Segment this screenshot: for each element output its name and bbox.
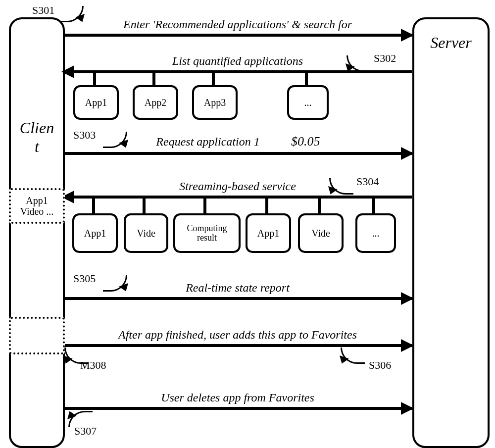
stem bbox=[143, 199, 146, 213]
stem bbox=[305, 73, 308, 85]
item-box-app3: App3 bbox=[192, 85, 238, 120]
arrow-bar bbox=[63, 196, 412, 199]
item-box: App1 bbox=[72, 213, 118, 253]
server-label: Server bbox=[414, 33, 488, 52]
arrow-bar bbox=[63, 70, 412, 73]
item-box-app1: App1 bbox=[73, 85, 119, 120]
arrowhead-right-icon bbox=[401, 29, 414, 42]
pointer-s306 bbox=[341, 348, 365, 364]
msg-label-s303: Request application 1 bbox=[34, 135, 382, 149]
msg-label-s304: Streaming-based service bbox=[63, 180, 412, 193]
stem bbox=[93, 73, 96, 85]
step-tag-s306: S306 bbox=[369, 359, 391, 372]
arrowhead-right-icon bbox=[401, 402, 414, 415]
price-s303: $0.05 bbox=[291, 134, 320, 149]
client-preview-box: App1 Video ... bbox=[9, 188, 65, 224]
stem bbox=[265, 199, 268, 213]
msg-label-s305: Real-time state report bbox=[63, 281, 412, 295]
stem bbox=[203, 199, 206, 213]
item-box-more: ... bbox=[287, 85, 329, 120]
arrowhead-right-icon bbox=[401, 292, 414, 305]
arrow-bar bbox=[63, 152, 412, 155]
item-label: ... bbox=[304, 98, 312, 108]
stem bbox=[318, 199, 321, 213]
client-empty-box bbox=[9, 317, 65, 354]
arrow-bar bbox=[63, 297, 412, 300]
step-tag-s307: S307 bbox=[74, 425, 97, 438]
item-box: Computing result bbox=[173, 213, 241, 253]
item-box: ... bbox=[355, 213, 396, 253]
arrow-bar bbox=[63, 344, 412, 347]
msg-label-s307: User deletes app from Favorites bbox=[63, 391, 412, 404]
item-box: Vide bbox=[298, 213, 344, 253]
item-label: App1 bbox=[257, 228, 279, 239]
arrowhead-right-icon bbox=[401, 147, 414, 160]
client-preview-label: App1 Video ... bbox=[20, 195, 54, 217]
item-box-app2: App2 bbox=[133, 85, 178, 120]
item-label: App3 bbox=[204, 98, 226, 108]
stem bbox=[212, 73, 215, 85]
server-lifeline: Server bbox=[412, 17, 490, 448]
arrowhead-right-icon bbox=[401, 339, 414, 352]
item-label: Vide bbox=[311, 228, 330, 239]
arrow-bar bbox=[63, 407, 412, 410]
item-box: App1 bbox=[246, 213, 291, 253]
item-label: Computing result bbox=[176, 224, 238, 243]
arrowhead-left-icon bbox=[61, 65, 74, 78]
step-tag-m308: M308 bbox=[80, 359, 106, 372]
msg-label-s306: After app finished, user adds this app t… bbox=[63, 328, 412, 342]
client-lifeline: Clien t bbox=[9, 17, 65, 448]
msg-label-s302: List quantified applications bbox=[63, 54, 412, 68]
stem bbox=[92, 199, 95, 213]
msg-label-s301: Enter 'Recommended applications' & searc… bbox=[63, 18, 412, 31]
stem bbox=[152, 73, 155, 85]
item-label: Vide bbox=[137, 228, 155, 239]
item-box: Vide bbox=[124, 213, 168, 253]
stem bbox=[372, 199, 375, 213]
step-tag-s301: S301 bbox=[32, 4, 54, 17]
item-label: App1 bbox=[84, 228, 106, 239]
item-label: App2 bbox=[145, 98, 166, 108]
item-label: App1 bbox=[85, 98, 107, 108]
arrow-bar bbox=[63, 34, 412, 37]
item-label: ... bbox=[372, 228, 380, 239]
